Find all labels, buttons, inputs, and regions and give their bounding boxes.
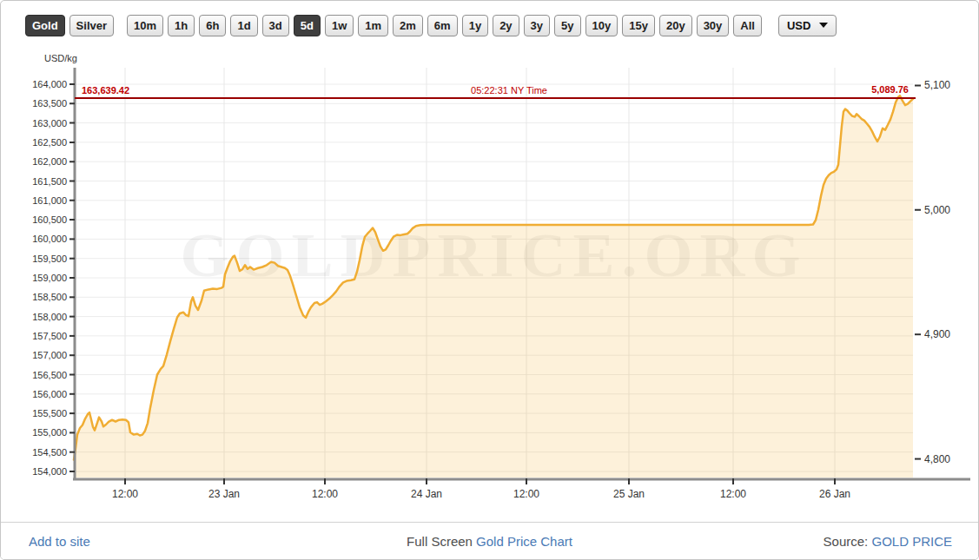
range-button-6h[interactable]: 6h (199, 15, 226, 36)
metal-button-silver[interactable]: Silver (69, 15, 114, 36)
ny-time-label: 05:22:31 NY Time (471, 85, 547, 96)
range-button-1d[interactable]: 1d (230, 15, 257, 36)
range-button-3d[interactable]: 3d (262, 15, 289, 36)
current-price-right-label: 5,089.76 (871, 84, 909, 95)
currency-select-value: USD (787, 20, 810, 31)
source-label: Source: (824, 534, 869, 549)
y-axis-unit-label: USD/kg (44, 53, 77, 63)
left-axis-tick-label: 164,000 (32, 79, 67, 89)
left-axis-tick-label: 158,000 (32, 312, 67, 322)
left-axis-tick-label: 161,500 (32, 176, 67, 187)
left-axis-tick-label: 163,500 (32, 98, 67, 109)
range-button-group: 10m1h6h1d3d5d1w1m2m6m1y2y3y5y10y15y20y30… (127, 15, 766, 36)
left-axis-tick-label: 160,000 (32, 234, 67, 244)
left-axis-tick-label: 159,500 (32, 254, 67, 264)
left-axis-tick-label: 163,000 (32, 118, 67, 128)
left-axis-tick-label: 155,500 (32, 408, 67, 418)
x-axis-tick-label: 23 Jan (208, 488, 240, 500)
metal-button-group: GoldSilver (25, 15, 118, 36)
left-axis-tick-label: 157,000 (32, 350, 67, 360)
footer-source: Source: GOLD PRICE (824, 534, 978, 549)
metal-button-gold[interactable]: Gold (25, 15, 65, 36)
full-screen-label: Full Screen (407, 534, 473, 549)
range-button-2m[interactable]: 2m (393, 15, 423, 36)
left-axis-tick-label: 154,500 (32, 447, 67, 458)
range-button-all[interactable]: All (733, 15, 762, 36)
range-button-5d[interactable]: 5d (294, 15, 321, 36)
chart-area[interactable]: GOLDPRICE.ORG154,000154,500155,000155,50… (1, 48, 978, 522)
left-axis-tick-label: 155,000 (32, 427, 67, 438)
range-button-1y[interactable]: 1y (462, 15, 488, 36)
range-button-30y[interactable]: 30y (697, 15, 730, 36)
right-axis-tick-label: 4,900 (924, 328, 950, 340)
range-button-3y[interactable]: 3y (524, 15, 550, 36)
range-button-6m[interactable]: 6m (427, 15, 458, 36)
range-button-20y[interactable]: 20y (659, 15, 692, 36)
left-axis-tick-label: 162,000 (32, 156, 67, 167)
left-axis-tick-label: 161,000 (32, 195, 67, 206)
left-axis-tick-label: 157,500 (32, 331, 67, 341)
range-button-10m[interactable]: 10m (127, 15, 163, 36)
right-axis-tick-label: 5,000 (924, 204, 950, 216)
x-axis-tick-label: 12:00 (112, 488, 138, 500)
price-chart[interactable]: GOLDPRICE.ORG154,000154,500155,000155,50… (1, 48, 979, 522)
left-axis-tick-label: 156,500 (32, 370, 67, 380)
chevron-down-icon (819, 23, 828, 28)
add-to-site-link[interactable]: Add to site (1, 534, 90, 549)
range-button-5y[interactable]: 5y (554, 15, 580, 36)
range-button-2y[interactable]: 2y (493, 15, 519, 36)
left-axis-tick-label: 160,500 (32, 214, 67, 225)
x-axis-tick-label: 12:00 (513, 488, 539, 500)
x-axis-tick-label: 12:00 (720, 488, 746, 500)
x-axis-tick-label: 12:00 (312, 488, 338, 500)
x-axis-tick-label: 24 Jan (411, 488, 442, 500)
current-price-left-label: 163,639.42 (82, 85, 129, 96)
right-axis-tick-label: 5,100 (924, 79, 950, 91)
left-axis-tick-label: 159,000 (32, 273, 67, 283)
range-button-1h[interactable]: 1h (168, 15, 195, 36)
x-axis-tick-label: 25 Jan (613, 488, 645, 500)
currency-select[interactable]: USD (778, 15, 837, 36)
source-link[interactable]: GOLD PRICE (871, 534, 952, 549)
x-axis-tick-label: 26 Jan (819, 488, 850, 500)
gold-price-chart-widget: GoldSilver 10m1h6h1d3d5d1w1m2m6m1y2y3y5y… (0, 0, 979, 560)
left-axis-tick-label: 158,500 (32, 292, 67, 302)
footer-center: Full Screen Gold Price Chart (407, 534, 572, 549)
left-axis-tick-label: 156,000 (32, 389, 67, 399)
range-button-10y[interactable]: 10y (585, 15, 618, 36)
chart-toolbar: GoldSilver 10m1h6h1d3d5d1w1m2m6m1y2y3y5y… (1, 1, 978, 48)
footer-bar: Add to site Full Screen Gold Price Chart… (1, 522, 978, 559)
left-axis-tick-label: 154,000 (32, 466, 67, 477)
gold-price-chart-link[interactable]: Gold Price Chart (476, 534, 572, 549)
left-axis-tick-label: 162,500 (32, 137, 67, 148)
range-button-1m[interactable]: 1m (358, 15, 388, 36)
range-button-15y[interactable]: 15y (622, 15, 655, 36)
range-button-1w[interactable]: 1w (325, 15, 354, 36)
right-axis-tick-label: 4,800 (924, 453, 950, 465)
